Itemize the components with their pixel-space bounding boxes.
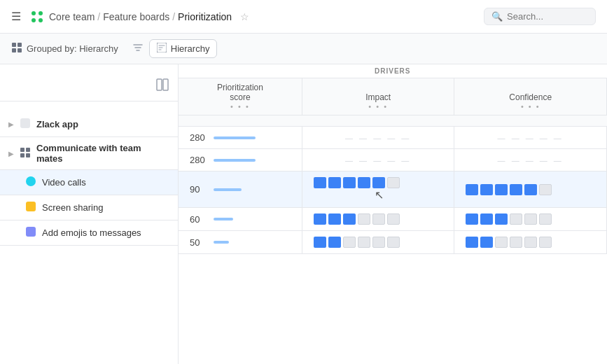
- block-filled: [480, 184, 493, 195]
- score-cell-video: 90: [179, 172, 302, 208]
- block-filled: [495, 214, 508, 225]
- impact-cell-communicate: — — — — —: [302, 149, 454, 172]
- block-empty: [524, 214, 537, 225]
- confidence-cell-emoji: [454, 231, 607, 254]
- score-value-zack: 280: [190, 132, 291, 143]
- col-dots-impact: • • •: [314, 102, 443, 111]
- row-name-emoji: Add emojis to messages: [42, 227, 141, 238]
- block-empty: [539, 214, 552, 225]
- score-num-zack: 280: [190, 132, 209, 143]
- filter-icon: [132, 42, 144, 55]
- right-row-video: 90 ↖: [179, 172, 607, 208]
- score-value-screen: 60: [190, 214, 291, 225]
- row-name-screen: Screen sharing: [42, 202, 103, 213]
- score-bar-emoji: [214, 241, 229, 244]
- score-value-communicate: 280: [190, 155, 291, 165]
- expand-icon[interactable]: ▶: [8, 120, 14, 128]
- row-name-communicate[interactable]: Communicate with team mates: [36, 143, 169, 164]
- left-row-screen: Screen sharing: [0, 195, 178, 220]
- svg-rect-14: [20, 153, 25, 158]
- rating-blocks: [466, 184, 595, 195]
- group-icon: [11, 42, 22, 55]
- block-empty: [510, 214, 522, 225]
- score-num-video: 90: [190, 184, 209, 195]
- score-num-screen: 60: [190, 214, 209, 225]
- svg-rect-17: [26, 202, 36, 211]
- breadcrumb-core-team[interactable]: Core team: [49, 11, 95, 22]
- block-filled: [480, 237, 493, 248]
- confidence-dash-zack: — — — — —: [498, 134, 564, 142]
- score-value-video: 90: [190, 184, 291, 195]
- search-input[interactable]: [507, 11, 591, 22]
- score-cell-screen: 60: [179, 208, 302, 231]
- grouped-by-text: Grouped by: Hierarchy: [27, 43, 118, 54]
- block-empty: [539, 237, 552, 248]
- block-empty: [510, 237, 522, 248]
- breadcrumb-sep-1: /: [97, 11, 100, 22]
- block-empty: [387, 177, 400, 188]
- block-empty: [539, 184, 552, 195]
- menu-icon[interactable]: ☰: [11, 10, 21, 23]
- feature-icon-video: [25, 176, 36, 189]
- logo-icon: [29, 9, 45, 24]
- block-empty: [372, 214, 385, 225]
- svg-point-3: [39, 18, 43, 22]
- block-filled: [343, 214, 356, 225]
- left-row-zack: ▶Zlack app: [0, 112, 178, 137]
- score-bar-zack: [214, 136, 256, 139]
- svg-point-2: [32, 18, 36, 22]
- block-filled: [524, 184, 537, 195]
- block-filled: [466, 237, 478, 248]
- impact-cell-screen: [302, 208, 454, 231]
- block-empty: [387, 214, 400, 225]
- star-icon[interactable]: ☆: [240, 11, 249, 22]
- row-name-cell: Add emojis to messages: [25, 226, 169, 239]
- block-empty: [495, 237, 508, 248]
- block-filled: [314, 237, 326, 248]
- hierarchy-button[interactable]: Hierarchy: [149, 39, 218, 58]
- right-row-zack: 280 — — — — —— — — — —: [179, 127, 607, 149]
- block-filled: [358, 177, 370, 188]
- right-row-screen: 60: [179, 208, 607, 231]
- breadcrumb-feature-boards[interactable]: Feature boards: [103, 11, 169, 22]
- score-value-emoji: 50: [190, 237, 291, 248]
- impact-dash-zack: — — — — —: [345, 134, 411, 142]
- block-filled: [480, 214, 493, 225]
- block-empty: [387, 237, 400, 248]
- score-num-communicate: 280: [190, 155, 209, 165]
- svg-rect-4: [12, 43, 16, 47]
- block-filled: [314, 177, 326, 188]
- confidence-cell-zack: — — — — —: [454, 127, 607, 149]
- hierarchy-label: Hierarchy: [171, 43, 210, 54]
- search-box[interactable]: 🔍: [484, 8, 596, 25]
- columns-icon[interactable]: [155, 80, 169, 94]
- feature-icon-screen: [25, 201, 36, 214]
- svg-rect-13: [26, 148, 30, 152]
- expand-icon[interactable]: ▶: [8, 150, 14, 158]
- header: ☰ Core team / Feature boards / Prioritiz…: [0, 0, 607, 34]
- hierarchy-icon: [157, 43, 167, 55]
- grouped-by-label: Grouped by: Hierarchy: [11, 42, 118, 55]
- svg-rect-12: [20, 148, 25, 152]
- breadcrumb-sep-2: /: [172, 11, 175, 22]
- main-content: ▶Zlack app▶Communicate with team matesVi…: [0, 64, 607, 364]
- feature-icon-zack: [20, 118, 31, 131]
- score-num-emoji: 50: [190, 237, 209, 248]
- confidence-cell-communicate: — — — — —: [454, 149, 607, 172]
- feature-icon-emoji: [25, 226, 36, 239]
- breadcrumb: Core team / Feature boards / Prioritizat…: [49, 11, 249, 22]
- row-name-zack[interactable]: Zlack app: [36, 119, 78, 130]
- svg-point-1: [39, 11, 43, 15]
- block-filled: [495, 184, 508, 195]
- header-right: 🔍: [484, 8, 596, 25]
- block-filled: [466, 214, 478, 225]
- col-header-confidence: Confidence• • •: [454, 78, 607, 115]
- svg-rect-18: [26, 227, 36, 237]
- block-filled: [328, 177, 341, 188]
- score-cell-emoji: 50: [179, 231, 302, 254]
- svg-rect-9: [157, 79, 162, 90]
- left-row-emoji: Add emojis to messages: [0, 220, 178, 246]
- cursor-icon: ↖: [375, 189, 384, 201]
- col-header-impact: Impact• • •: [302, 78, 454, 115]
- block-filled: [328, 214, 341, 225]
